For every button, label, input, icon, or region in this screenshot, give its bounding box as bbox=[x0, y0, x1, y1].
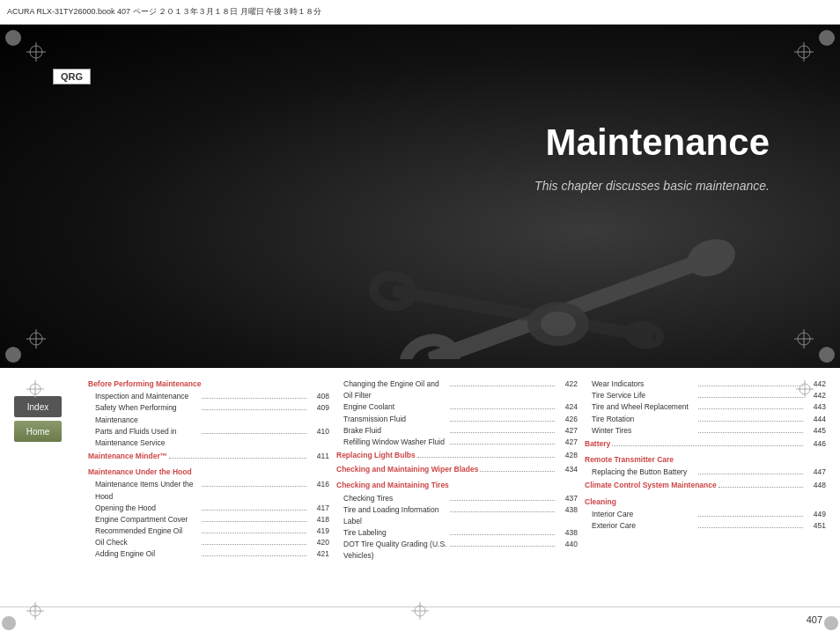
deco-circle-bl bbox=[5, 347, 21, 363]
toc-col-3: Wear Indicators 442 Tire Service Life 44… bbox=[585, 378, 826, 607]
content-corner-mark-tr bbox=[796, 380, 814, 401]
toc-item: Opening the Hood 417 bbox=[88, 503, 329, 514]
toc-item: Safety When Performing Maintenance 409 bbox=[88, 402, 329, 425]
toc-item: Engine Compartment Cover 418 bbox=[88, 514, 329, 525]
content-area: Index Home Before Performing Maintenance… bbox=[0, 368, 840, 614]
deco-circle-tl bbox=[5, 30, 21, 46]
toc-item: Adding Engine Oil 421 bbox=[88, 548, 329, 560]
home-button[interactable]: Home bbox=[14, 421, 62, 442]
toc-section-under-hood[interactable]: Maintenance Under the Hood bbox=[88, 467, 329, 478]
toc-section-cleaning[interactable]: Cleaning bbox=[585, 496, 826, 508]
svg-point-8 bbox=[541, 312, 576, 336]
toc-item: Transmission Fluid 426 bbox=[336, 414, 578, 425]
toc-item: Engine Coolant 424 bbox=[336, 401, 578, 413]
top-bar-text: ACURA RLX-31TY26000.book 407 ページ ２０１３年３月… bbox=[7, 6, 321, 18]
toc-section-remote[interactable]: Remote Transmitter Care bbox=[585, 454, 826, 466]
toc-item: Exterior Care 451 bbox=[585, 520, 826, 532]
page-number: 407 bbox=[807, 614, 822, 625]
svg-point-5 bbox=[372, 273, 415, 309]
toc-section-tires[interactable]: Checking and Maintaining Tires bbox=[336, 480, 578, 491]
page-deco-bl bbox=[2, 616, 16, 630]
deco-circle-tr bbox=[819, 30, 835, 46]
toc-item: DOT Tire Quality Grading (U.S. Vehicles)… bbox=[336, 539, 578, 562]
toc-section-battery[interactable]: Battery bbox=[585, 438, 610, 450]
bottom-corner-mark-center bbox=[411, 602, 429, 623]
toc-col-2: Changing the Engine Oil and Oil Filter 4… bbox=[336, 378, 578, 607]
toc-col-1: Before Performing Maintenance Inspection… bbox=[88, 378, 329, 607]
chapter-subtitle: This chapter discusses basic maintenance… bbox=[534, 179, 770, 193]
hero-section: QRG Maintenance This chapter discusses b… bbox=[0, 25, 840, 368]
content-corner-mark-tl bbox=[26, 380, 44, 401]
toc-item: Winter Tires 445 bbox=[585, 425, 826, 437]
toc-item: Tire Service Life 442 bbox=[585, 390, 826, 401]
toc-item: Tire Labeling 438 bbox=[336, 527, 578, 539]
corner-mark-top-right bbox=[794, 42, 814, 65]
toc-item: Parts and Fluids Used in Maintenance Ser… bbox=[88, 426, 329, 449]
corner-mark-top-left bbox=[26, 42, 46, 65]
toc-item: Changing the Engine Oil and Oil Filter 4… bbox=[336, 378, 578, 401]
toc-item: Interior Care 449 bbox=[585, 509, 826, 520]
toc-item: Maintenance Items Under the Hood 416 bbox=[88, 479, 329, 502]
page-deco-br bbox=[824, 616, 838, 630]
qrg-badge: QRG bbox=[53, 69, 91, 85]
toc-section-battery-row: Battery 446 bbox=[585, 438, 826, 451]
toc-section-climate[interactable]: Climate Control System Maintenance bbox=[585, 480, 717, 491]
toc-item: Refilling Window Washer Fluid 427 bbox=[336, 437, 578, 448]
chapter-title: Maintenance bbox=[546, 121, 770, 164]
toc-item: Oil Check 420 bbox=[88, 537, 329, 548]
toc-item: Tire Rotation 444 bbox=[585, 414, 826, 425]
toc-item: Inspection and Maintenance 408 bbox=[88, 391, 329, 402]
toc-item: Wear Indicators 442 bbox=[585, 378, 826, 390]
toc-section-climate-row: Climate Control System Maintenance 448 bbox=[585, 480, 826, 492]
top-bar: ACURA RLX-31TY26000.book 407 ページ ２０１３年３月… bbox=[0, 0, 840, 25]
toc-item: Replacing the Button Battery 447 bbox=[585, 467, 826, 478]
corner-mark-bottom-left bbox=[26, 329, 46, 352]
toc-section-bulbs[interactable]: Replacing Light Bulbs bbox=[336, 450, 416, 461]
toc-section-wiper[interactable]: Checking and Maintaining Wiper Blades bbox=[336, 464, 478, 475]
bottom-corner-mark-left bbox=[26, 602, 44, 623]
toc-section-wiper-row: Checking and Maintaining Wiper Blades 43… bbox=[336, 464, 578, 476]
toc-item: Brake Fluid 427 bbox=[336, 425, 578, 437]
index-label: Index bbox=[27, 402, 48, 412]
toc-item: Tire and Wheel Replacement 443 bbox=[585, 401, 826, 413]
corner-mark-bottom-right bbox=[794, 329, 814, 352]
qrg-label: QRG bbox=[61, 71, 83, 82]
toc-item: Recommended Engine Oil 419 bbox=[88, 525, 329, 537]
toc-columns: Before Performing Maintenance Inspection… bbox=[88, 378, 826, 607]
left-nav: Index Home bbox=[14, 396, 74, 607]
deco-circle-br bbox=[819, 347, 835, 363]
toc-item: Checking Tires 437 bbox=[336, 493, 578, 504]
home-label: Home bbox=[26, 427, 50, 437]
toc-section-minder[interactable]: Maintenance Minder™ bbox=[88, 451, 167, 462]
toc-section-before-performing[interactable]: Before Performing Maintenance bbox=[88, 378, 329, 390]
wrench-illustration bbox=[365, 183, 805, 359]
toc-section-minder-row: Maintenance Minder™ 411 bbox=[88, 451, 329, 463]
toc-section-bulbs-row: Replacing Light Bulbs 428 bbox=[336, 450, 578, 462]
toc-item: Tire and Loading Information Label 438 bbox=[336, 504, 578, 527]
